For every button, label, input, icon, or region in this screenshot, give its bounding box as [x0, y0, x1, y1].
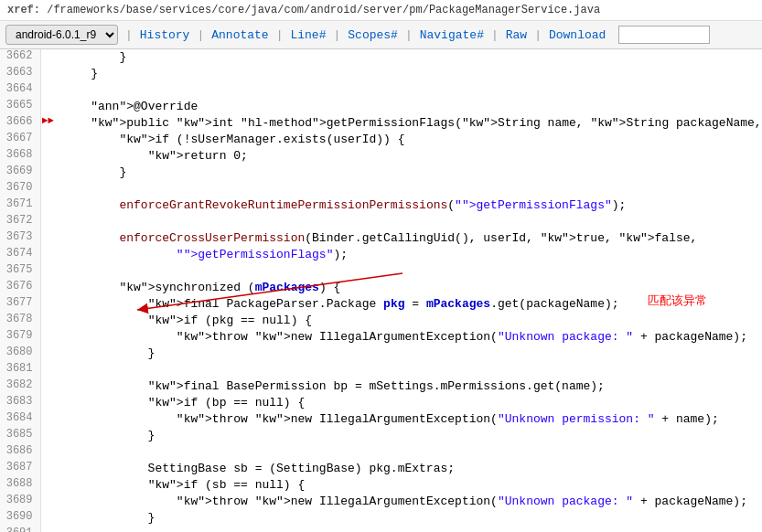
- line-number: 3683: [0, 395, 40, 411]
- breadcrumb: xref: /frameworks/base/services/core/jav…: [0, 0, 762, 21]
- nav-bar: android-6.0.1_r9 | History | Annotate | …: [0, 21, 762, 49]
- line-number: 3668: [0, 148, 40, 165]
- line-number: 3675: [0, 263, 40, 280]
- code-line: [55, 82, 762, 99]
- line-number: 3664: [0, 82, 40, 99]
- nav-line[interactable]: Line#: [284, 27, 331, 44]
- code-line: "kw">if (!sUserManager.exists(userId)) {: [55, 132, 762, 148]
- line-marker: ►►: [40, 115, 55, 132]
- line-marker: [40, 181, 55, 197]
- nav-separator-1: |: [125, 28, 133, 42]
- line-number: 3678: [0, 313, 40, 329]
- table-row: 3675: [0, 263, 762, 280]
- table-row: 3674 "">getPermissionFlags");: [0, 247, 762, 263]
- line-number: 3663: [0, 66, 40, 82]
- line-marker: [40, 49, 55, 66]
- line-marker: [40, 230, 55, 247]
- line-number: 3669: [0, 165, 40, 181]
- table-row: 3679 "kw">throw "kw">new IllegalArgument…: [0, 329, 762, 346]
- line-number: 3690: [0, 510, 40, 527]
- line-marker: [40, 66, 55, 82]
- code-line: "kw">if (sb == null) {: [55, 477, 762, 494]
- nav-raw[interactable]: Raw: [500, 27, 532, 44]
- search-input[interactable]: [618, 26, 710, 44]
- table-row: 3666►► "kw">public "kw">int "hl-method">…: [0, 115, 762, 132]
- code-line: "kw">throw "kw">new IllegalArgumentExcep…: [55, 494, 762, 510]
- line-number: 3662: [0, 49, 40, 66]
- code-line: [55, 527, 762, 532]
- line-marker: [40, 296, 55, 313]
- code-line: "kw">return 0;: [55, 148, 762, 165]
- code-line: enforceGrantRevokeRuntimePermissionPermi…: [55, 197, 762, 214]
- table-row: 3662 }: [0, 49, 762, 66]
- table-row: 3686: [0, 444, 762, 461]
- line-marker: [40, 346, 55, 362]
- line-marker: [40, 395, 55, 411]
- table-row: 3663 }: [0, 66, 762, 82]
- line-number: 3681: [0, 362, 40, 378]
- line-number: 3674: [0, 247, 40, 263]
- line-number: 3676: [0, 280, 40, 296]
- line-number: 3687: [0, 461, 40, 477]
- table-row: 3678 "kw">if (pkg == null) {: [0, 313, 762, 329]
- table-row: 3671 enforceGrantRevokeRuntimePermission…: [0, 197, 762, 214]
- line-marker: [40, 510, 55, 527]
- code-line: "ann">@Override: [55, 99, 762, 115]
- line-number: 3666: [0, 115, 40, 132]
- nav-annotate[interactable]: Annotate: [206, 27, 274, 44]
- version-select[interactable]: android-6.0.1_r9: [5, 25, 118, 45]
- table-row: 3667 "kw">if (!sUserManager.exists(userI…: [0, 132, 762, 148]
- line-marker: [40, 214, 55, 230]
- code-line: }: [55, 428, 762, 444]
- line-marker: [40, 494, 55, 510]
- line-marker: [40, 247, 55, 263]
- nav-scopes[interactable]: Scopes#: [342, 27, 403, 44]
- table-row: 3684 "kw">throw "kw">new IllegalArgument…: [0, 411, 762, 428]
- table-row: 3665 "ann">@Override: [0, 99, 762, 115]
- line-marker: [40, 148, 55, 165]
- table-row: 3669 }: [0, 165, 762, 181]
- code-line: }: [55, 346, 762, 362]
- line-number: 3685: [0, 428, 40, 444]
- line-number: 3691: [0, 527, 40, 532]
- table-row: 3688 "kw">if (sb == null) {: [0, 477, 762, 494]
- line-number: 3670: [0, 181, 40, 197]
- table-row: 3687 SettingBase sb = (SettingBase) pkg.…: [0, 461, 762, 477]
- line-marker: [40, 428, 55, 444]
- line-marker: [40, 99, 55, 115]
- nav-download[interactable]: Download: [543, 27, 611, 44]
- nav-separator-2: |: [197, 28, 204, 42]
- nav-navigate[interactable]: Navigate#: [414, 27, 489, 44]
- line-number: 3689: [0, 494, 40, 510]
- line-marker: [40, 444, 55, 461]
- line-marker: [40, 165, 55, 181]
- breadcrumb-path: /frameworks/base/services/core/java/com/…: [40, 4, 600, 16]
- line-marker: [40, 461, 55, 477]
- line-marker: [40, 280, 55, 296]
- table-row: 3681: [0, 362, 762, 378]
- nav-history[interactable]: History: [134, 27, 196, 44]
- nav-separator-3: |: [276, 28, 284, 42]
- code-table: 3662 }3663 }3664 3665 "ann">@Override366…: [0, 49, 762, 532]
- line-marker: [40, 411, 55, 428]
- table-row: 3673 enforceCrossUserPermission(Binder.g…: [0, 230, 762, 247]
- line-number: 3671: [0, 197, 40, 214]
- code-line: [55, 214, 762, 230]
- line-marker: [40, 477, 55, 494]
- table-row: 3690 }: [0, 510, 762, 527]
- line-marker: [40, 527, 55, 532]
- code-line: "kw">if (pkg == null) {: [55, 313, 762, 329]
- line-number: 3688: [0, 477, 40, 494]
- code-line: }: [55, 66, 762, 82]
- table-row: 3689 "kw">throw "kw">new IllegalArgument…: [0, 494, 762, 510]
- line-marker: [40, 329, 55, 346]
- line-marker: [40, 362, 55, 378]
- nav-separator-4: |: [333, 28, 340, 42]
- line-number: 3686: [0, 444, 40, 461]
- line-number: 3679: [0, 329, 40, 346]
- xref-label: xref:: [7, 4, 40, 16]
- line-marker: [40, 313, 55, 329]
- table-row: 3672: [0, 214, 762, 230]
- line-number: 3665: [0, 99, 40, 115]
- code-line: enforceCrossUserPermission(Binder.getCal…: [55, 230, 762, 247]
